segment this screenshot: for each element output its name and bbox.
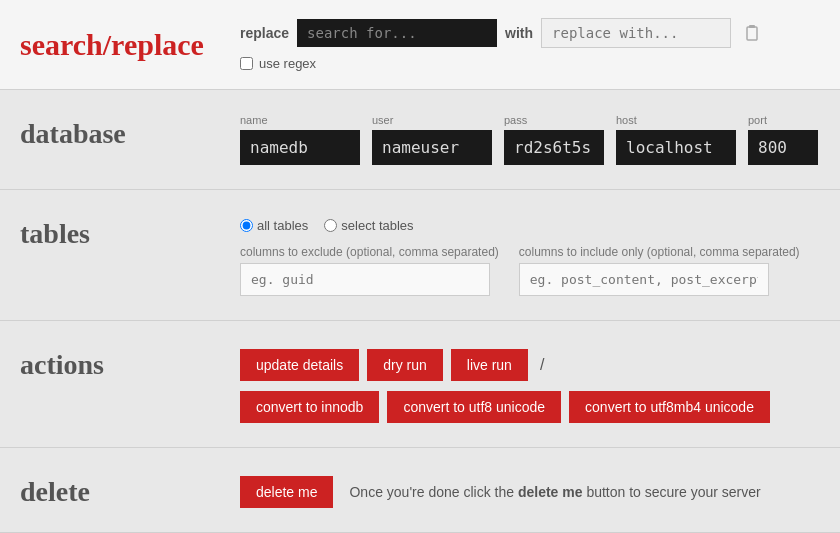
delete-text-post: button to secure your server (583, 484, 761, 500)
tables-content: all tables select tables columns to excl… (240, 214, 820, 296)
action-row-1: update details dry run live run / (240, 349, 820, 381)
use-regex-checkbox[interactable] (240, 57, 253, 70)
columns-row: columns to exclude (optional, comma sepa… (240, 245, 820, 296)
host-label: host (616, 114, 736, 126)
delete-label: delete (20, 472, 240, 508)
pass-label: pass (504, 114, 604, 126)
use-regex-label: use regex (259, 56, 316, 71)
replace-label: replace (240, 25, 289, 41)
replace-input[interactable] (541, 18, 731, 48)
all-tables-option[interactable]: all tables (240, 218, 308, 233)
exclude-column-group: columns to exclude (optional, comma sepa… (240, 245, 499, 296)
actions-content: update details dry run live run / conver… (240, 345, 820, 423)
select-tables-radio[interactable] (324, 219, 337, 232)
db-port-input[interactable] (748, 130, 818, 165)
dry-run-button[interactable]: dry run (367, 349, 443, 381)
host-field-group: host (616, 114, 736, 165)
user-label: user (372, 114, 492, 126)
header-section: search/replace replace with use regex (0, 0, 840, 90)
with-label: with (505, 25, 533, 41)
actions-label: actions (20, 345, 240, 381)
delete-text-pre: Once you're done click the (349, 484, 517, 500)
db-name-input[interactable] (240, 130, 360, 165)
regex-row: use regex (240, 56, 820, 71)
port-field-group: port (748, 114, 818, 165)
svg-rect-0 (747, 27, 757, 40)
include-input[interactable] (519, 263, 769, 296)
svg-rect-1 (749, 25, 755, 28)
db-host-input[interactable] (616, 130, 736, 165)
name-field-group: name (240, 114, 360, 165)
actions-section: actions update details dry run live run … (0, 321, 840, 448)
update-details-button[interactable]: update details (240, 349, 359, 381)
database-content: name user pass host port (240, 114, 820, 165)
include-label: columns to include only (optional, comma… (519, 245, 800, 259)
database-label: database (20, 114, 240, 150)
convert-utf8mb4-button[interactable]: convert to utf8mb4 unicode (569, 391, 770, 423)
database-section: database name user pass host port (0, 90, 840, 190)
action-slash: / (540, 356, 544, 374)
delete-text-bold: delete me (518, 484, 583, 500)
title-slash: / (103, 28, 111, 61)
radio-row: all tables select tables (240, 218, 820, 233)
db-user-input[interactable] (372, 130, 492, 165)
title-bold: replace (111, 28, 204, 61)
live-run-button[interactable]: live run (451, 349, 528, 381)
app-title: search/replace (20, 28, 240, 62)
db-fields: name user pass host port (240, 114, 820, 165)
search-replace-row: replace with (240, 18, 820, 48)
port-label: port (748, 114, 818, 126)
convert-innodb-button[interactable]: convert to innodb (240, 391, 379, 423)
search-replace-content: replace with use regex (240, 18, 820, 71)
name-label: name (240, 114, 360, 126)
pass-field-group: pass (504, 114, 604, 165)
user-field-group: user (372, 114, 492, 165)
clipboard-icon (743, 24, 761, 42)
delete-content: delete me Once you're done click the del… (240, 472, 820, 508)
all-tables-radio[interactable] (240, 219, 253, 232)
exclude-input[interactable] (240, 263, 490, 296)
exclude-label: columns to exclude (optional, comma sepa… (240, 245, 499, 259)
select-tables-label: select tables (341, 218, 413, 233)
select-tables-option[interactable]: select tables (324, 218, 413, 233)
delete-me-button[interactable]: delete me (240, 476, 333, 508)
search-input[interactable] (297, 19, 497, 47)
tables-label: tables (20, 214, 240, 250)
action-row-2: convert to innodb convert to utf8 unicod… (240, 391, 820, 423)
title-plain: search (20, 28, 103, 61)
tables-section: tables all tables select tables columns … (0, 190, 840, 321)
convert-utf8-button[interactable]: convert to utf8 unicode (387, 391, 561, 423)
db-pass-input[interactable] (504, 130, 604, 165)
delete-section: delete delete me Once you're done click … (0, 448, 840, 533)
all-tables-label: all tables (257, 218, 308, 233)
include-column-group: columns to include only (optional, comma… (519, 245, 800, 296)
delete-message: Once you're done click the delete me but… (349, 484, 760, 500)
